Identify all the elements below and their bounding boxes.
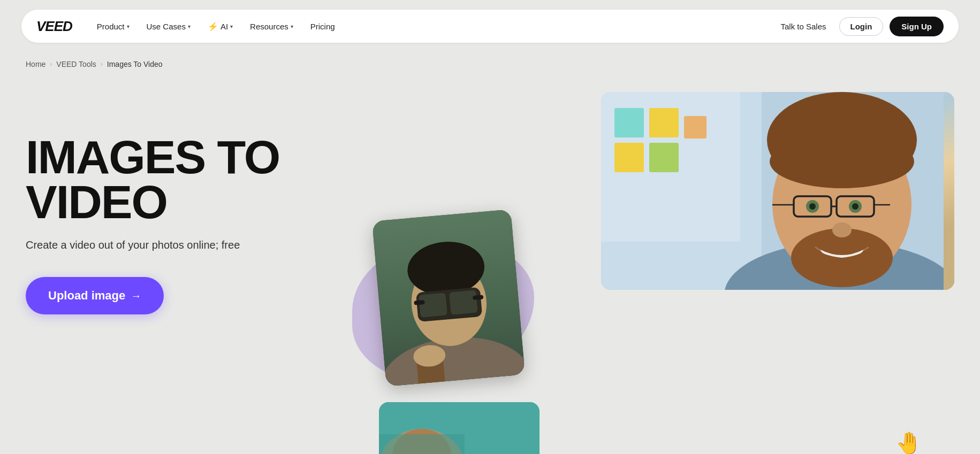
signup-button[interactable]: Sign Up <box>890 17 944 36</box>
main-content: IMAGES TO VIDEO Create a video out of yo… <box>0 76 980 454</box>
man-face-svg <box>601 92 944 290</box>
hero-image-bottom <box>379 402 540 454</box>
upload-image-button[interactable]: Upload image → <box>26 277 164 314</box>
svg-rect-7 <box>684 116 706 138</box>
breadcrumb-sep-1: › <box>50 60 52 68</box>
nav-label-product: Product <box>97 22 125 31</box>
svg-point-23 <box>852 203 859 210</box>
chevron-down-icon: ▾ <box>127 24 130 29</box>
nav-item-resources[interactable]: Resources ▾ <box>242 18 301 35</box>
breadcrumb-veed-tools[interactable]: VEED Tools <box>56 60 96 68</box>
svg-rect-33 <box>419 293 447 317</box>
chevron-down-icon: ▾ <box>230 24 233 29</box>
bottom-image-svg <box>379 402 540 454</box>
hero-image-inner <box>601 92 954 290</box>
right-section: 🤚 <box>336 92 954 454</box>
svg-rect-4 <box>649 108 679 137</box>
logo[interactable]: VEED <box>36 18 72 35</box>
hero-title: IMAGES TO VIDEO <box>26 135 304 224</box>
svg-point-24 <box>832 222 852 237</box>
svg-rect-43 <box>379 434 465 454</box>
nav-label-use-cases: Use Cases <box>147 22 186 31</box>
nav-item-product[interactable]: Product ▾ <box>89 18 137 35</box>
breadcrumb-sep-2: › <box>101 60 103 68</box>
svg-point-21 <box>809 203 816 210</box>
nav-item-use-cases[interactable]: Use Cases ▾ <box>139 18 198 35</box>
hand-cursor-icon: 🤚 <box>895 430 922 454</box>
login-button[interactable]: Login <box>839 17 884 36</box>
nav-label-pricing: Pricing <box>310 22 335 31</box>
arrow-right-icon: → <box>131 290 141 302</box>
chevron-down-icon: ▾ <box>188 24 191 29</box>
chevron-down-icon: ▾ <box>291 24 293 29</box>
vr-person-svg <box>372 209 525 386</box>
hero-subtitle: Create a video out of your photos online… <box>26 239 304 251</box>
svg-rect-6 <box>649 143 679 172</box>
hero-image-vr-overlay <box>372 209 525 386</box>
breadcrumb-current: Images To Video <box>107 60 163 68</box>
left-section: IMAGES TO VIDEO Create a video out of yo… <box>26 92 304 314</box>
nav-links: Product ▾ Use Cases ▾ ⚡ AI ▾ Resources ▾… <box>89 17 774 36</box>
svg-point-13 <box>770 135 914 188</box>
nav-item-pricing[interactable]: Pricing <box>303 18 343 35</box>
upload-button-label: Upload image <box>48 289 125 303</box>
breadcrumb-home[interactable]: Home <box>26 60 45 68</box>
breadcrumb: Home › VEED Tools › Images To Video <box>0 52 980 76</box>
svg-rect-34 <box>449 290 477 315</box>
vr-overlay-inner <box>372 209 525 386</box>
svg-rect-5 <box>614 143 644 172</box>
nav-right: Talk to Sales Login Sign Up <box>774 17 944 36</box>
svg-rect-3 <box>614 108 644 137</box>
nav-label-resources: Resources <box>250 22 288 31</box>
bottom-image-inner <box>379 402 540 454</box>
nav-label-ai: AI <box>221 22 228 31</box>
lightning-icon: ⚡ <box>208 21 218 32</box>
hero-image-main <box>601 92 954 290</box>
nav-item-ai[interactable]: ⚡ AI ▾ <box>200 17 240 36</box>
talk-to-sales-link[interactable]: Talk to Sales <box>774 18 832 35</box>
navbar: VEED Product ▾ Use Cases ▾ ⚡ AI ▾ Resour… <box>21 10 959 43</box>
